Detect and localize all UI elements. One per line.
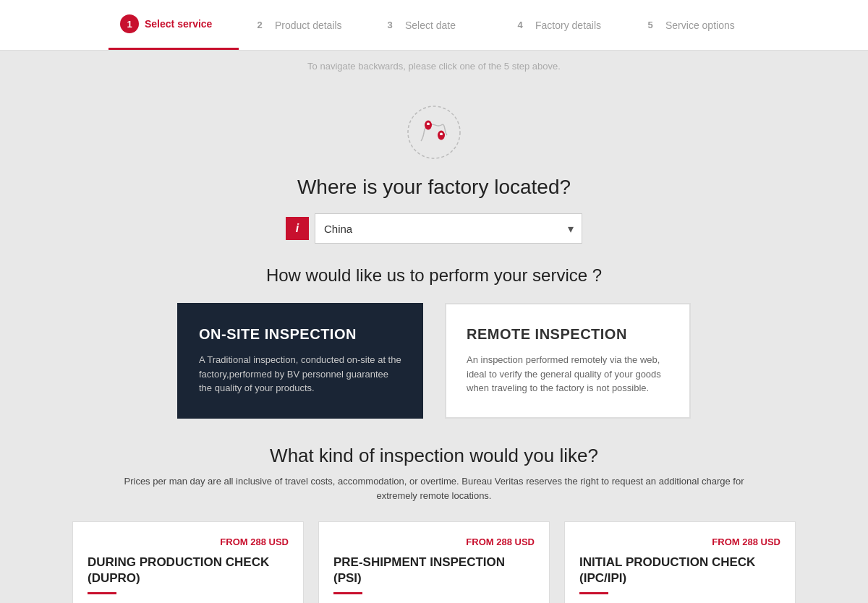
svg-point-0 — [408, 106, 460, 158]
step-3[interactable]: 3 Select date — [369, 0, 499, 50]
inspection-card-psi-price: FROM 288 USD — [333, 536, 535, 547]
inspection-card-dupro-price: FROM 288 USD — [88, 536, 289, 547]
step-3-label: Select date — [405, 20, 456, 31]
inspection-cards: FROM 288 USD DURING PRODUCTION CHECK (DU… — [43, 521, 825, 603]
svg-point-5 — [440, 133, 443, 136]
service-card-remote-title: REMOTE INSPECTION — [467, 326, 669, 343]
inspection-card-ipc[interactable]: FROM 288 USD INITIAL PRODUCTION CHECK (I… — [564, 521, 796, 603]
step-1[interactable]: 1 Select service — [109, 0, 239, 50]
service-question-heading: How would like us to perform your servic… — [266, 265, 602, 286]
inspection-card-dupro-title: DURING PRODUCTION CHECK (DUPRO) — [88, 555, 289, 586]
service-cards: ON-SITE INSPECTION A Traditional inspect… — [152, 303, 716, 419]
stepper-container: 1 Select service 2 Product details 3 Sel… — [0, 0, 868, 51]
main-content: Where is your factory located? i China I… — [0, 82, 868, 603]
step-4-label: Factory details — [535, 20, 601, 31]
step-4[interactable]: 4 Factory details — [499, 0, 629, 50]
inspection-card-dupro-line — [88, 592, 116, 594]
service-card-remote-desc: An inspection performed remotely via the… — [467, 353, 669, 395]
step-2[interactable]: 2 Product details — [239, 0, 369, 50]
step-4-number: 4 — [511, 16, 529, 35]
service-card-on-site-title: ON-SITE INSPECTION — [199, 326, 401, 343]
map-location-icon — [405, 103, 463, 161]
country-select[interactable]: China India Vietnam Bangladesh Indonesia… — [315, 213, 582, 244]
step-1-number: 1 — [120, 14, 139, 33]
inspection-note: Prices per man day are all inclusive of … — [109, 474, 760, 505]
info-icon: i — [286, 217, 309, 240]
step-5[interactable]: 5 Service options — [629, 0, 760, 50]
service-card-on-site[interactable]: ON-SITE INSPECTION A Traditional inspect… — [177, 303, 423, 419]
inspection-card-ipc-title: INITIAL PRODUCTION CHECK (IPC/IPI) — [579, 555, 780, 586]
selector-row: i China India Vietnam Bangladesh Indones… — [286, 213, 582, 244]
inspection-card-psi-title: PRE-SHIPMENT INSPECTION (PSI) — [333, 555, 535, 586]
step-5-number: 5 — [641, 16, 660, 35]
step-1-label: Select service — [145, 18, 212, 30]
inspection-card-psi-line — [333, 592, 362, 594]
country-select-wrapper: China India Vietnam Bangladesh Indonesia… — [315, 213, 582, 244]
step-3-number: 3 — [380, 16, 399, 35]
factory-location-heading: Where is your factory located? — [297, 176, 571, 199]
svg-point-2 — [427, 123, 430, 126]
step-2-label: Product details — [275, 20, 342, 31]
service-card-remote[interactable]: REMOTE INSPECTION An inspection performe… — [445, 303, 691, 419]
inspection-question-heading: What kind of inspection would you like? — [270, 445, 598, 467]
inspection-card-psi[interactable]: FROM 288 USD PRE-SHIPMENT INSPECTION (PS… — [318, 521, 550, 603]
inspection-card-ipc-price: FROM 288 USD — [579, 536, 780, 547]
service-card-on-site-desc: A Traditional inspection, conducted on-s… — [199, 353, 401, 395]
nav-hint: To navigate backwards, please click one … — [0, 51, 868, 82]
inspection-card-dupro[interactable]: FROM 288 USD DURING PRODUCTION CHECK (DU… — [72, 521, 304, 603]
inspection-card-ipc-line — [579, 592, 608, 594]
stepper: 1 Select service 2 Product details 3 Sel… — [109, 0, 760, 50]
step-5-label: Service options — [665, 20, 735, 31]
map-icon-container — [405, 103, 463, 164]
step-2-number: 2 — [250, 16, 269, 35]
